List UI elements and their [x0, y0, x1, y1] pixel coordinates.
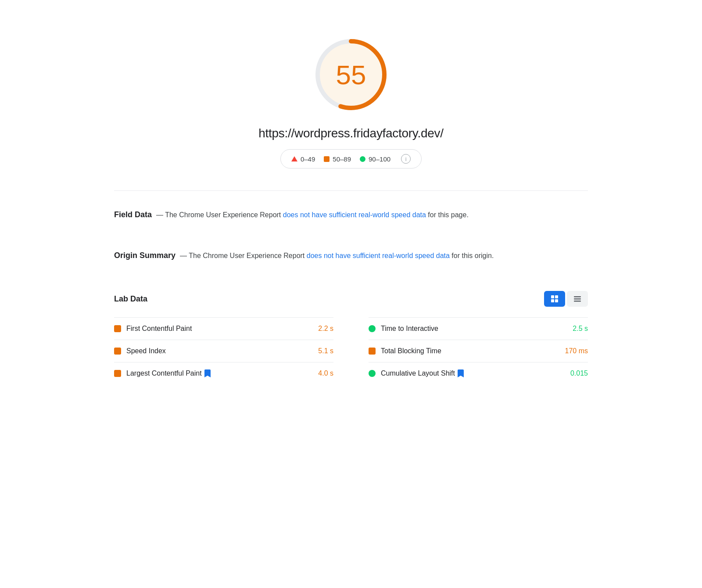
legend-item-fail: 0–49 [291, 155, 315, 163]
tbt-value: 170 ms [553, 347, 588, 355]
metric-si: Speed Index 5.1 s [114, 340, 333, 362]
info-button[interactable]: i [401, 154, 411, 164]
tti-value: 2.5 s [553, 325, 588, 333]
metric-tbt: Total Blocking Time 170 ms [369, 340, 588, 362]
fcp-name: First Contentful Paint [126, 325, 293, 333]
metrics-left-col: First Contentful Paint 2.2 s Speed Index… [114, 317, 351, 384]
metrics-grid: First Contentful Paint 2.2 s Speed Index… [114, 317, 588, 384]
tti-icon [369, 325, 376, 332]
legend-pass-label: 90–100 [369, 155, 390, 163]
grid-icon [550, 294, 559, 303]
metrics-right-col: Time to Interactive 2.5 s Total Blocking… [351, 317, 588, 384]
svg-rect-7 [555, 299, 558, 302]
metric-cls: Cumulative Layout Shift 0.015 [369, 362, 588, 384]
fcp-value: 2.2 s [298, 325, 333, 333]
tbt-icon [369, 348, 376, 355]
metric-fcp: First Contentful Paint 2.2 s [114, 317, 333, 340]
cls-name: Cumulative Layout Shift [381, 369, 548, 377]
score-section: 55 https://wordpress.fridayfactory.dev/ … [114, 18, 588, 186]
cls-bookmark-icon [458, 369, 464, 377]
svg-rect-5 [555, 295, 558, 298]
svg-rect-10 [574, 301, 581, 302]
fcp-icon [114, 325, 121, 332]
origin-summary-link[interactable]: does not have sufficient real-world spee… [307, 252, 450, 259]
legend-average-label: 50–89 [333, 155, 351, 163]
legend-fail-label: 0–49 [301, 155, 315, 163]
tti-name: Time to Interactive [381, 325, 548, 333]
origin-summary-title: Origin Summary [114, 251, 176, 260]
svg-rect-6 [551, 299, 554, 302]
cls-icon [369, 370, 376, 377]
si-icon [114, 348, 121, 355]
si-name: Speed Index [126, 347, 293, 355]
svg-rect-4 [551, 295, 554, 298]
origin-summary-title-row: Origin Summary — The Chrome User Experie… [114, 250, 588, 263]
cls-value: 0.015 [553, 369, 588, 377]
pass-icon [360, 156, 365, 162]
lcp-name: Largest Contentful Paint [126, 369, 293, 377]
metric-tti: Time to Interactive 2.5 s [369, 317, 588, 340]
field-data-link[interactable]: does not have sufficient real-world spee… [283, 211, 426, 219]
grid-view-button[interactable] [544, 291, 565, 307]
lab-header: Lab Data [114, 291, 588, 307]
divider-top [114, 190, 588, 191]
lab-data-section: Lab Data [114, 277, 588, 393]
average-icon [324, 156, 330, 162]
lcp-bookmark-icon [204, 369, 211, 377]
field-data-text: — The Chrome User Experience Report does… [156, 209, 469, 221]
svg-rect-9 [574, 298, 581, 300]
legend-item-average: 50–89 [324, 155, 351, 163]
lcp-value: 4.0 s [298, 369, 333, 377]
score-ring: 55 [312, 35, 390, 114]
field-data-title-row: Field Data — The Chrome User Experience … [114, 209, 588, 222]
score-legend: 0–49 50–89 90–100 i [280, 149, 422, 169]
list-view-button[interactable] [567, 291, 588, 307]
tbt-name: Total Blocking Time [381, 347, 548, 355]
field-data-title: Field Data [114, 210, 152, 219]
svg-rect-8 [574, 296, 581, 298]
fail-icon [291, 156, 297, 161]
field-data-section: Field Data — The Chrome User Experience … [114, 195, 588, 236]
si-value: 5.1 s [298, 347, 333, 355]
lab-data-title: Lab Data [114, 294, 147, 304]
origin-summary-text: — The Chrome User Experience Report does… [180, 250, 494, 262]
origin-summary-section: Origin Summary — The Chrome User Experie… [114, 236, 588, 277]
page-wrapper: 55 https://wordpress.fridayfactory.dev/ … [88, 0, 614, 411]
lcp-icon [114, 370, 121, 377]
list-icon [573, 294, 582, 303]
score-value: 55 [336, 59, 366, 90]
view-toggle [544, 291, 588, 307]
metric-lcp: Largest Contentful Paint 4.0 s [114, 362, 333, 384]
score-url: https://wordpress.fridayfactory.dev/ [258, 126, 443, 140]
legend-item-pass: 90–100 [360, 155, 390, 163]
